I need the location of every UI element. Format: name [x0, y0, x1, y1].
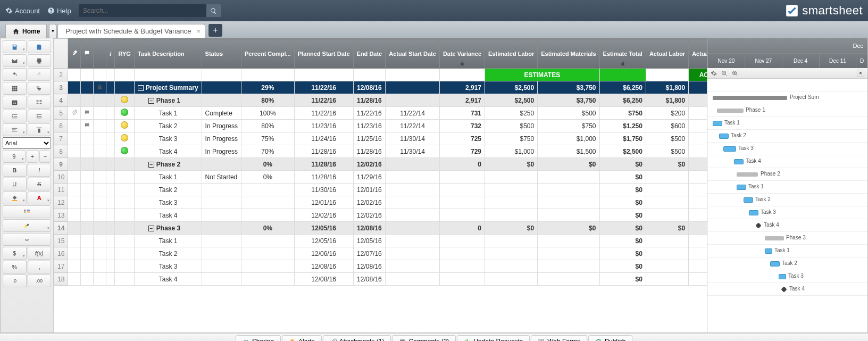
- gantt-bar[interactable]: [737, 172, 758, 177]
- font-select[interactable]: Arial: [3, 137, 51, 149]
- col-ryg[interactable]: RYG: [115, 39, 134, 69]
- gantt-row[interactable]: Task 2: [707, 130, 867, 143]
- search-button[interactable]: [206, 4, 221, 17]
- table-row[interactable]: 7 Task 3 In Progress 75% 11/24/16 11/25/…: [54, 132, 707, 145]
- table-row[interactable]: 15 Task 1 12/05/16 12/05/16 $0 $0 $0: [54, 235, 707, 247]
- table-row[interactable]: 9 −Phase 2 0% 11/28/16 12/02/16 0 $0 $0 …: [54, 158, 707, 171]
- attachments-tab[interactable]: Attachments (1): [323, 335, 391, 341]
- col-end[interactable]: End Date: [353, 39, 386, 69]
- align-top-button[interactable]: ▾: [28, 123, 52, 136]
- table-row[interactable]: 2 ESTIMATES ACTUALS: [54, 69, 707, 81]
- grid-view-button[interactable]: [3, 82, 27, 95]
- table-row[interactable]: 3 −Project Summary 29% 11/22/16 12/08/16…: [54, 81, 707, 94]
- alerts-tab[interactable]: Alerts: [282, 335, 322, 341]
- gantt-bar[interactable]: [719, 134, 729, 139]
- publish-tab[interactable]: Publish: [588, 335, 632, 341]
- card-view-button[interactable]: [28, 96, 52, 109]
- sheet-tab[interactable]: Project with Schedule & Budget Variance …: [57, 24, 205, 38]
- formula-button[interactable]: f(x): [28, 247, 52, 260]
- print-button[interactable]: [28, 54, 52, 67]
- table-row[interactable]: 12 Task 3 12/01/16 12/02/16 $0 $0 $0: [54, 196, 707, 209]
- home-tab[interactable]: Home: [5, 24, 47, 38]
- gantt-week[interactable]: D: [856, 54, 867, 69]
- webforms-tab[interactable]: Web Forms: [531, 335, 587, 341]
- col-alab[interactable]: Actual Labor: [646, 39, 688, 69]
- col-lock[interactable]: [94, 39, 106, 69]
- gantt-gear-icon[interactable]: [711, 70, 717, 77]
- zoom-in-icon[interactable]: [732, 70, 738, 77]
- gantt-row[interactable]: Task 1: [707, 181, 867, 194]
- help-link[interactable]: Help: [47, 7, 71, 15]
- undo-button[interactable]: [3, 68, 27, 81]
- table-row[interactable]: 13 Task 4 12/02/16 12/02/16 $0 $0 $0: [54, 209, 707, 222]
- highlight-button[interactable]: ▾: [3, 219, 51, 232]
- col-amat[interactable]: Actual Materials: [689, 39, 707, 69]
- gantt-row[interactable]: Task 4: [707, 283, 867, 296]
- gantt-view-button[interactable]: [28, 82, 52, 95]
- gantt-week[interactable]: Nov 20: [707, 54, 745, 69]
- thousands-button[interactable]: ,: [28, 261, 52, 273]
- gantt-bar[interactable]: [755, 222, 761, 228]
- font-decrease-button[interactable]: −: [39, 150, 51, 163]
- gantt-row[interactable]: Project Sum: [707, 92, 867, 104]
- gantt-row[interactable]: Phase 3: [707, 232, 867, 245]
- gantt-bar[interactable]: [737, 185, 746, 190]
- col-status[interactable]: Status: [202, 39, 241, 69]
- italic-button[interactable]: I: [28, 164, 52, 177]
- mail-button[interactable]: ▾: [3, 54, 27, 67]
- calendar-button[interactable]: 31: [3, 96, 27, 109]
- gantt-bar[interactable]: [749, 210, 758, 215]
- sharing-tab[interactable]: Sharing: [236, 335, 281, 341]
- gantt-row[interactable]: Task 2: [707, 257, 867, 270]
- align-left-button[interactable]: ▾: [3, 123, 27, 136]
- gantt-row[interactable]: Task 1: [707, 117, 867, 130]
- decimal-increase-button[interactable]: .00: [28, 275, 52, 287]
- fill-color-button[interactable]: ▾: [3, 192, 27, 204]
- gantt-close-button[interactable]: ×: [857, 70, 864, 77]
- font-size-select[interactable]: 9▾: [3, 150, 26, 163]
- redo-button[interactable]: [28, 68, 52, 81]
- col-emat[interactable]: Estimated Materials: [538, 39, 599, 69]
- underline-button[interactable]: U: [3, 178, 27, 190]
- col-desc[interactable]: Task Description: [134, 39, 202, 69]
- gantt-row[interactable]: [707, 79, 867, 92]
- col-astart[interactable]: Actual Start Date: [386, 39, 440, 69]
- save-button[interactable]: ▾: [3, 40, 27, 53]
- col-elab[interactable]: Estimated Labor: [485, 39, 538, 69]
- account-link[interactable]: Account: [5, 7, 40, 15]
- gantt-week[interactable]: Nov 27: [745, 54, 782, 69]
- gantt-bar[interactable]: [781, 286, 787, 292]
- gantt-bar[interactable]: [765, 248, 772, 254]
- decimal-decrease-button[interactable]: .0: [3, 275, 27, 287]
- grid-scroll[interactable]: i RYG Task Description Status Percent Co…: [54, 38, 707, 332]
- corner-cell[interactable]: [54, 39, 68, 69]
- gantt-bar[interactable]: [770, 261, 780, 267]
- font-increase-button[interactable]: +: [27, 150, 38, 163]
- tab-dropdown[interactable]: ▼: [49, 24, 56, 38]
- text-color-button[interactable]: A▾: [28, 192, 52, 204]
- outdent-button[interactable]: [28, 110, 52, 122]
- gantt-bar[interactable]: [765, 236, 784, 240]
- col-attach[interactable]: [68, 39, 81, 69]
- indent-button[interactable]: [3, 110, 27, 122]
- col-pct[interactable]: Percent Compl...: [241, 39, 294, 69]
- table-row[interactable]: 18 Task 4 12/08/16 12/08/16 $0 $0 $0: [54, 273, 707, 286]
- currency-button[interactable]: $▾: [3, 247, 27, 260]
- col-info[interactable]: i: [106, 39, 115, 69]
- table-row[interactable]: 5 Task 1 Complete 100% 11/22/16 11/22/16…: [54, 107, 707, 120]
- comments-tab[interactable]: Comments (3): [392, 335, 456, 341]
- col-comment[interactable]: [81, 39, 94, 69]
- gantt-week[interactable]: Dec 11: [819, 54, 856, 69]
- conditional-format-button[interactable]: [3, 205, 51, 218]
- gantt-row[interactable]: Task 3: [707, 143, 867, 155]
- link-button[interactable]: [3, 233, 51, 246]
- col-pstart[interactable]: Planned Start Date: [294, 39, 353, 69]
- gantt-row[interactable]: Task 4: [707, 155, 867, 168]
- gantt-bar[interactable]: [779, 274, 786, 279]
- gantt-row[interactable]: Phase 2: [707, 168, 867, 181]
- add-tab-button[interactable]: +: [208, 24, 222, 37]
- search-input[interactable]: [79, 7, 206, 14]
- bold-button[interactable]: B: [3, 164, 27, 177]
- gantt-bar[interactable]: [713, 121, 722, 126]
- gantt-bar[interactable]: [744, 197, 753, 203]
